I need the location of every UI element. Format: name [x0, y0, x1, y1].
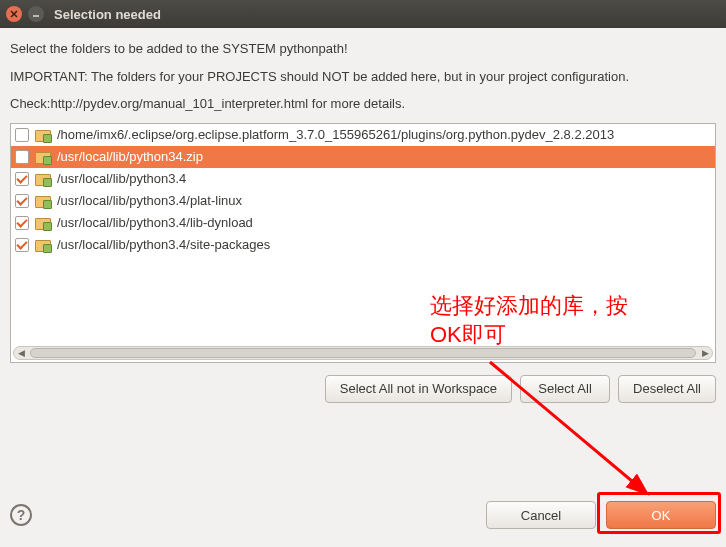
- scroll-right-icon[interactable]: ▶: [698, 348, 712, 358]
- minimize-icon: [32, 10, 40, 18]
- list-item[interactable]: /usr/local/lib/python3.4/lib-dynload: [11, 212, 715, 234]
- select-all-not-in-workspace-button[interactable]: Select All not in Workspace: [325, 375, 512, 403]
- deselect-all-button[interactable]: Deselect All: [618, 375, 716, 403]
- cancel-button[interactable]: Cancel: [486, 501, 596, 529]
- instruction-line-3: Check:http://pydev.org/manual_101_interp…: [10, 95, 716, 113]
- window-close-button[interactable]: [6, 6, 22, 22]
- checkbox[interactable]: [15, 238, 29, 252]
- selection-button-row: Select All not in Workspace Select All D…: [10, 375, 716, 403]
- list-item[interactable]: /usr/local/lib/python3.4: [11, 168, 715, 190]
- instruction-line-2: IMPORTANT: The folders for your PROJECTS…: [10, 68, 716, 86]
- folder-list[interactable]: /home/imx6/.eclipse/org.eclipse.platform…: [10, 123, 716, 363]
- scrollbar-thumb[interactable]: [30, 348, 696, 358]
- folder-icon: [35, 172, 51, 186]
- checkbox[interactable]: [15, 194, 29, 208]
- list-item-path: /usr/local/lib/python3.4: [57, 171, 186, 186]
- list-item[interactable]: /usr/local/lib/python3.4/site-packages: [11, 234, 715, 256]
- list-item-path: /usr/local/lib/python3.4/site-packages: [57, 237, 270, 252]
- help-icon[interactable]: ?: [10, 504, 32, 526]
- checkbox[interactable]: [15, 128, 29, 142]
- list-item[interactable]: /home/imx6/.eclipse/org.eclipse.platform…: [11, 124, 715, 146]
- folder-icon: [35, 194, 51, 208]
- checkbox[interactable]: [15, 172, 29, 186]
- checkbox[interactable]: [15, 150, 29, 164]
- folder-icon: [35, 150, 51, 164]
- list-item[interactable]: /usr/local/lib/python3.4/plat-linux: [11, 190, 715, 212]
- select-all-button[interactable]: Select All: [520, 375, 610, 403]
- list-item-path: /usr/local/lib/python34.zip: [57, 149, 203, 164]
- list-item-path: /usr/local/lib/python3.4/plat-linux: [57, 193, 242, 208]
- dialog-bottom-bar: ? Cancel OK: [10, 501, 716, 529]
- list-item-path: /usr/local/lib/python3.4/lib-dynload: [57, 215, 253, 230]
- window-title: Selection needed: [54, 7, 161, 22]
- list-item-path: /home/imx6/.eclipse/org.eclipse.platform…: [57, 127, 614, 142]
- list-item[interactable]: /usr/local/lib/python34.zip: [11, 146, 715, 168]
- instruction-line-1: Select the folders to be added to the SY…: [10, 40, 716, 58]
- scroll-left-icon[interactable]: ◀: [14, 348, 28, 358]
- close-icon: [10, 10, 18, 18]
- folder-icon: [35, 216, 51, 230]
- folder-icon: [35, 128, 51, 142]
- checkbox[interactable]: [15, 216, 29, 230]
- window-minimize-button[interactable]: [28, 6, 44, 22]
- ok-button[interactable]: OK: [606, 501, 716, 529]
- horizontal-scrollbar[interactable]: ◀ ▶: [13, 346, 713, 360]
- dialog-content: Select the folders to be added to the SY…: [0, 28, 726, 413]
- folder-icon: [35, 238, 51, 252]
- window-titlebar: Selection needed: [0, 0, 726, 28]
